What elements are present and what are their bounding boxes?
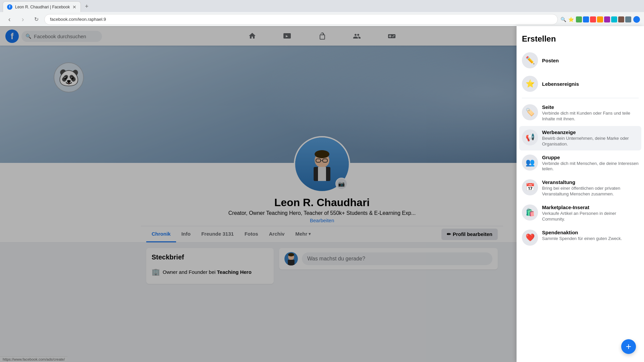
ad-desc: Bewirb dein Unternehmen, deine Marke ode… xyxy=(542,136,639,147)
ext-icon-5 xyxy=(604,16,610,22)
page-text: Seite Verbinde dich mit Kunden oder Fans… xyxy=(542,104,639,122)
tab-favicon: f xyxy=(7,4,12,10)
fundraiser-icon: ❤️ xyxy=(522,230,538,246)
overlay[interactable] xyxy=(0,26,517,362)
fab-plus-icon: + xyxy=(626,342,631,351)
group-desc: Verbinde dich mit Menschen, die deine In… xyxy=(542,161,639,172)
ext-icon-8 xyxy=(625,16,631,22)
life-event-title: Lebensereignis xyxy=(542,81,579,87)
ad-title: Werbeanzeige xyxy=(542,129,639,135)
ext-icon-1 xyxy=(576,16,582,22)
page-desc: Verbinde dich mit Kunden oder Fans und t… xyxy=(542,111,639,122)
url-text: facebook.com/leon.raphael.9 xyxy=(50,17,106,22)
tab-close-icon[interactable]: ✕ xyxy=(72,4,76,10)
back-button[interactable]: ‹ xyxy=(4,14,15,25)
fundraiser-text: Spendenaktion Sammle Spenden für einen g… xyxy=(542,230,622,242)
group-icon: 👥 xyxy=(522,155,538,171)
post-item-text: Posten xyxy=(542,58,559,63)
ext-icon-3 xyxy=(590,16,596,22)
marketplace-listing-title: Marketplace-Inserat xyxy=(542,204,639,210)
post-item-icon: ✏️ xyxy=(522,52,538,68)
life-event-icon: ⭐ xyxy=(522,76,538,92)
marketplace-listing-text: Marketplace-Inserat Verkaufe Artikel an … xyxy=(542,204,639,222)
browser-icon-2[interactable]: ⭐ xyxy=(568,17,574,22)
event-title: Veranstaltung xyxy=(542,179,639,185)
event-text: Veranstaltung Bring bei einer öffentlich… xyxy=(542,179,639,197)
browser-chrome: f Leon R. Chaudhari | Facebook ✕ + ‹ › ↻… xyxy=(0,0,644,27)
browser-action-icons: 🔍 ⭐ xyxy=(560,16,640,23)
dropdown-title: Erstellen xyxy=(519,32,641,48)
page-icon: 🏷️ xyxy=(522,104,538,120)
dropdown-item-page[interactable]: 🏷️ Seite Verbinde dich mit Kunden oder F… xyxy=(519,101,641,125)
ext-icon-4 xyxy=(597,16,603,22)
marketplace-listing-desc: Verkaufe Artikel an Personen in deiner C… xyxy=(542,211,639,222)
dropdown-item-ad[interactable]: 📢 Werbeanzeige Bewirb dein Unternehmen, … xyxy=(519,126,641,150)
group-text: Gruppe Verbinde dich mit Menschen, die d… xyxy=(542,155,639,172)
reload-button[interactable]: ↻ xyxy=(31,14,42,25)
profile-circle xyxy=(633,16,640,23)
fundraiser-title: Spendenaktion xyxy=(542,230,622,235)
ad-text: Werbeanzeige Bewirb dein Unternehmen, de… xyxy=(542,129,639,147)
dropdown-item-post[interactable]: ✏️ Posten xyxy=(519,49,641,72)
forward-button[interactable]: › xyxy=(17,14,28,25)
dropdown-item-group[interactable]: 👥 Gruppe Verbinde dich mit Menschen, die… xyxy=(519,151,641,176)
address-bar[interactable]: facebook.com/leon.raphael.9 xyxy=(44,14,558,25)
life-event-text: Lebensereignis xyxy=(542,81,579,87)
post-item-title: Posten xyxy=(542,58,559,63)
ext-icon-6 xyxy=(611,16,617,22)
dropdown-item-marketplace[interactable]: 🛍️ Marketplace-Inserat Verkaufe Artikel … xyxy=(519,201,641,226)
ext-icon-7 xyxy=(618,16,624,22)
dropdown-divider-1 xyxy=(522,98,639,98)
dropdown-item-life-event[interactable]: ⭐ Lebensereignis xyxy=(519,72,641,95)
event-desc: Bring bei einer öffentlichen oder privat… xyxy=(542,186,639,197)
group-title: Gruppe xyxy=(542,155,639,160)
ad-icon: 📢 xyxy=(522,129,538,145)
fab-button[interactable]: + xyxy=(621,339,636,354)
page-title: Seite xyxy=(542,104,639,110)
new-tab-button[interactable]: + xyxy=(82,2,91,11)
dropdown-item-fundraiser[interactable]: ❤️ Spendenaktion Sammle Spenden für eine… xyxy=(519,226,641,249)
event-icon: 📅 xyxy=(522,179,538,195)
fundraiser-desc: Sammle Spenden für einen guten Zweck. xyxy=(542,236,622,242)
ext-icon-2 xyxy=(583,16,589,22)
tab-bar: f Leon R. Chaudhari | Facebook ✕ + xyxy=(0,0,644,12)
create-dropdown-panel: Erstellen ✏️ Posten ⭐ Lebensereignis 🏷️ … xyxy=(517,26,644,362)
active-tab[interactable]: f Leon R. Chaudhari | Facebook ✕ xyxy=(3,1,81,12)
marketplace-listing-icon: 🛍️ xyxy=(522,204,538,221)
nav-bar: ‹ › ↻ facebook.com/leon.raphael.9 🔍 ⭐ xyxy=(0,12,644,27)
tab-title: Leon R. Chaudhari | Facebook xyxy=(15,5,70,9)
browser-icon-1[interactable]: 🔍 xyxy=(560,17,566,22)
dropdown-item-event[interactable]: 📅 Veranstaltung Bring bei einer öffentli… xyxy=(519,176,641,200)
